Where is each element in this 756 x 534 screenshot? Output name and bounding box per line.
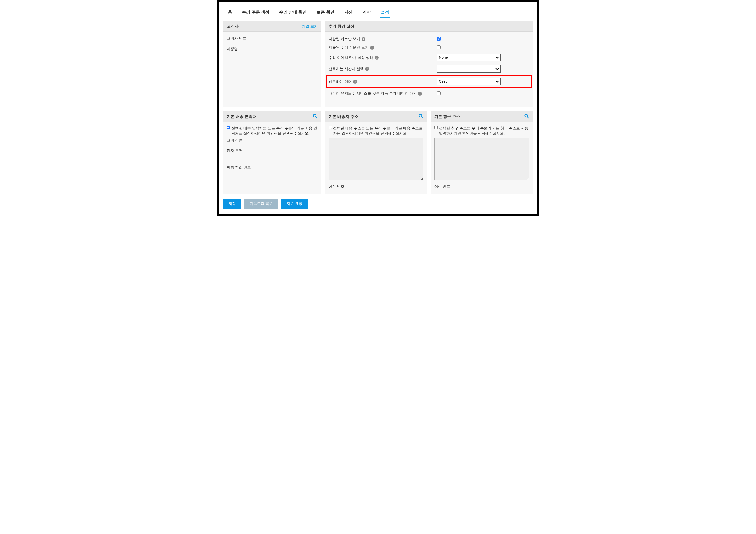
work-phone-label: 직장 전화 번호 (227, 165, 318, 170)
language-label: 선호하는 언어 (329, 79, 352, 84)
customer-panel-title: 고객사 (227, 24, 239, 29)
tab-create-repair[interactable]: 수리 주문 생성 (237, 7, 274, 18)
battery-checkbox[interactable] (437, 91, 441, 95)
tab-warranty[interactable]: 보증 확인 (311, 7, 339, 18)
bill-address-textarea[interactable] (434, 138, 529, 180)
saved-cart-only-label: 저장된 카트만 보기 (329, 37, 360, 41)
preferences-panel: 추가 환경 설정 저장된 카트만 보기 i 제출된 수 (325, 21, 533, 107)
chevron-down-icon (493, 54, 500, 61)
customer-panel: 고객사 계열 보기 고객사 번호 계정명 (223, 21, 321, 107)
info-icon[interactable]: i (365, 67, 369, 71)
info-icon[interactable]: i (362, 37, 365, 41)
svg-point-4 (525, 114, 527, 117)
ship-checkbox-label: 선택한 배송 주소를 모든 수리 주문의 기본 배송 주소로 자동 입력하시려면… (333, 125, 423, 136)
tab-contract[interactable]: 계약 (358, 7, 376, 18)
bill-panel-title: 기본 청구 주소 (434, 114, 460, 119)
ship-panel-title: 기본 배송지 주소 (329, 114, 358, 119)
bill-store-number-label: 상점 번호 (434, 184, 529, 189)
email-label: 전자 우편 (227, 148, 318, 153)
repair-email-label: 수리 이메일 안내 설정 상태 (329, 55, 373, 60)
customer-number-label: 고객사 번호 (227, 36, 318, 41)
restore-defaults-button[interactable]: 디폴트값 복원 (244, 199, 278, 209)
ship-store-number-label: 상점 번호 (329, 184, 423, 189)
contact-default-checkbox[interactable] (227, 125, 230, 129)
submitted-repair-only-label: 제출된 수리 주문만 보기 (329, 45, 369, 50)
chevron-down-icon (493, 66, 500, 72)
ship-address-panel: 기본 배송지 주소 선택한 배송 주소를 모든 수리 주문의 기본 배송 주소로… (325, 111, 427, 194)
svg-line-5 (527, 117, 529, 118)
contact-panel: 기본 배송 연락처 선택한 배송 연락처를 모든 수리 주문의 기본 배송 연락… (223, 111, 321, 194)
contact-checkbox-label: 선택한 배송 연락처를 모든 수리 주문의 기본 배송 연락처로 설정하시려면 … (231, 125, 318, 136)
info-icon[interactable]: i (370, 46, 374, 50)
svg-line-3 (421, 117, 423, 118)
search-icon[interactable] (418, 113, 423, 120)
preferences-panel-title: 추가 환경 설정 (329, 24, 354, 29)
bill-address-panel: 기본 청구 주소 선택한 청구 주소를 수리 주문의 기본 청구 주소로 자동 … (431, 111, 533, 194)
main-tabs: 홈 수리 주문 생성 수리 상태 확인 보증 확인 자산 계약 설정 (223, 5, 533, 18)
timezone-select[interactable] (437, 65, 501, 72)
submitted-repair-only-checkbox[interactable] (437, 45, 441, 49)
search-icon[interactable] (312, 113, 318, 120)
info-icon[interactable]: i (375, 56, 379, 60)
request-support-button[interactable]: 지원 요청 (281, 199, 308, 209)
action-buttons: 저장 디폴트값 복원 지원 요청 (223, 199, 533, 209)
ship-address-textarea[interactable] (329, 138, 423, 180)
info-icon[interactable]: i (418, 92, 422, 96)
svg-line-1 (316, 117, 317, 118)
bill-checkbox-label: 선택한 청구 주소를 수리 주문의 기본 청구 주소로 자동 입력하시려면 확인… (439, 125, 529, 136)
svg-point-2 (419, 114, 422, 117)
timezone-value (437, 66, 493, 72)
language-value: Czech (437, 78, 493, 85)
timezone-label: 선호하는 시간대 선택 (329, 67, 364, 71)
search-icon[interactable] (524, 113, 529, 120)
repair-email-value: None (437, 54, 493, 61)
contact-panel-title: 기본 배송 연락처 (227, 114, 256, 119)
tab-home[interactable]: 홈 (223, 7, 237, 18)
customer-name-label: 고객 이름 (227, 138, 318, 143)
ship-default-checkbox[interactable] (329, 125, 332, 129)
svg-point-0 (313, 114, 316, 117)
repair-email-select[interactable]: None (437, 54, 501, 61)
account-name-label: 계정명 (227, 47, 318, 51)
tab-settings[interactable]: 설정 (376, 7, 394, 18)
info-icon[interactable]: i (353, 80, 357, 84)
view-affiliates-link[interactable]: 계열 보기 (302, 24, 318, 29)
saved-cart-only-checkbox[interactable] (437, 37, 441, 40)
tab-asset[interactable]: 자산 (339, 7, 358, 18)
chevron-down-icon (493, 78, 500, 85)
tab-repair-status[interactable]: 수리 상태 확인 (274, 7, 311, 18)
language-select[interactable]: Czech (437, 78, 501, 85)
battery-label: 배터리 유지보수 서비스를 갖춘 자동 추가 배터리 라인 (329, 91, 417, 96)
save-button[interactable]: 저장 (223, 199, 241, 209)
bill-default-checkbox[interactable] (434, 125, 438, 129)
